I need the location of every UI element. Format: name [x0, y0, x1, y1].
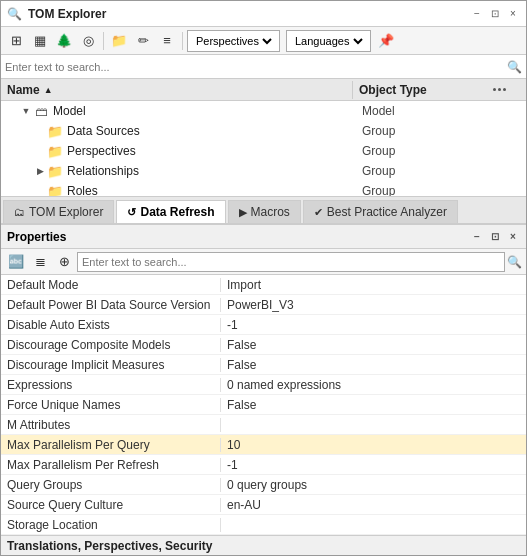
- column-header: Name ▲ Object Type: [1, 79, 526, 101]
- prop-row-force-unique[interactable]: Force Unique Names False: [1, 395, 526, 415]
- toolbar-btn-4[interactable]: ◎: [77, 30, 99, 52]
- prop-row-query-groups[interactable]: Query Groups 0 query groups: [1, 475, 526, 495]
- title-bar-buttons: − ⊡ ×: [470, 7, 520, 21]
- tree-toggle-empty: ▶: [33, 126, 47, 136]
- languages-dropdown[interactable]: Languages: [286, 30, 371, 52]
- prop-row-disable-auto[interactable]: Disable Auto Exists -1: [1, 315, 526, 335]
- properties-search-input[interactable]: [77, 252, 505, 272]
- tab-macros-label: Macros: [251, 205, 290, 219]
- prop-row-discourage-implicit[interactable]: Discourage Implicit Measures False: [1, 355, 526, 375]
- search-icon: 🔍: [507, 60, 522, 74]
- toolbar-btn-pin[interactable]: 📌: [375, 30, 397, 52]
- macros-icon: ▶: [239, 206, 247, 219]
- model-icon: 🗃: [33, 103, 49, 119]
- minimize-button[interactable]: −: [470, 7, 484, 21]
- tree-row[interactable]: ▶ 📁 Roles Group: [1, 181, 526, 196]
- tab-best-practice[interactable]: ✔ Best Practice Analyzer: [303, 200, 458, 223]
- toolbar-separator-2: [182, 32, 183, 50]
- properties-title-bar: Properties − ⊡ ×: [1, 225, 526, 249]
- title-bar-left: 🔍 TOM Explorer: [7, 7, 106, 21]
- close-button[interactable]: ×: [506, 7, 520, 21]
- col-name-header: Name ▲: [1, 81, 352, 99]
- properties-title: Properties: [7, 230, 66, 244]
- tree-toggle-empty: ▶: [33, 186, 47, 196]
- explorer-toolbar: ⊞ ▦ 🌲 ◎ 📁 ✏ ≡ Perspectives Languages 📌: [1, 27, 526, 55]
- toolbar-btn-2[interactable]: ▦: [29, 30, 51, 52]
- languages-select[interactable]: Languages: [291, 34, 366, 48]
- tree-row[interactable]: ▶ 📁 Data Sources Group: [1, 121, 526, 141]
- folder-icon: 📁: [47, 123, 63, 139]
- toolbar-btn-5[interactable]: 📁: [108, 30, 130, 52]
- properties-pane: Properties − ⊡ × 🔤 ≣ ⊕ 🔍 Default Mode Im…: [1, 224, 526, 555]
- properties-title-buttons: − ⊡ ×: [470, 230, 520, 244]
- tree-toggle-empty: ▶: [33, 146, 47, 156]
- prop-row-default-mode[interactable]: Default Mode Import: [1, 275, 526, 295]
- tab-macros[interactable]: ▶ Macros: [228, 200, 301, 223]
- prop-row-max-parallelism-query[interactable]: Max Parallelism Per Query 10: [1, 435, 526, 455]
- properties-min-btn[interactable]: −: [470, 230, 484, 244]
- properties-table: Default Mode Import Default Power BI Dat…: [1, 275, 526, 535]
- tab-bar: 🗂 TOM Explorer ↺ Data Refresh ▶ Macros ✔…: [1, 196, 526, 224]
- prop-row-discourage-composite[interactable]: Discourage Composite Models False: [1, 335, 526, 355]
- folder-icon: 📁: [47, 183, 63, 196]
- perspectives-select[interactable]: Perspectives: [192, 34, 275, 48]
- properties-toolbar: 🔤 ≣ ⊕ 🔍: [1, 249, 526, 275]
- prop-row-storage-location[interactable]: Storage Location: [1, 515, 526, 535]
- tree-toggle[interactable]: ▼: [19, 106, 33, 116]
- prop-btn-filter[interactable]: ⊕: [53, 251, 75, 273]
- title-bar: 🔍 TOM Explorer − ⊡ ×: [1, 1, 526, 27]
- properties-close-btn[interactable]: ×: [506, 230, 520, 244]
- window-icon: 🔍: [7, 7, 22, 21]
- tab-data-refresh-label: Data Refresh: [140, 205, 214, 219]
- toolbar-btn-7[interactable]: ≡: [156, 30, 178, 52]
- properties-restore-btn[interactable]: ⊡: [488, 230, 502, 244]
- tree-toggle[interactable]: ▶: [33, 166, 47, 176]
- prop-row-m-attributes[interactable]: M Attributes: [1, 415, 526, 435]
- perspectives-dropdown[interactable]: Perspectives: [187, 30, 280, 52]
- prop-btn-sort-cat[interactable]: ≣: [29, 251, 51, 273]
- explorer-search-input[interactable]: [5, 61, 507, 73]
- toolbar-btn-6[interactable]: ✏: [132, 30, 154, 52]
- tree-row[interactable]: ▶ 📁 Relationships Group: [1, 161, 526, 181]
- best-practice-icon: ✔: [314, 206, 323, 219]
- main-window: 🔍 TOM Explorer − ⊡ × ⊞ ▦ 🌲 ◎ 📁 ✏ ≡ Persp…: [0, 0, 527, 556]
- tree-view: ▼ 🗃 Model Model ▶ 📁 Data Sources Group ▶…: [1, 101, 526, 196]
- prop-btn-sort-alpha[interactable]: 🔤: [5, 251, 27, 273]
- data-refresh-icon: ↺: [127, 206, 136, 219]
- maximize-button[interactable]: ⊡: [488, 7, 502, 21]
- explorer-pane: Name ▲ Object Type ▼ 🗃 Model Mode: [1, 79, 526, 196]
- tab-best-practice-label: Best Practice Analyzer: [327, 205, 447, 219]
- tom-explorer-icon: 🗂: [14, 206, 25, 218]
- tab-data-refresh[interactable]: ↺ Data Refresh: [116, 200, 225, 223]
- toolbar-separator-1: [103, 32, 104, 50]
- window-title: TOM Explorer: [28, 7, 106, 21]
- prop-row-expressions[interactable]: Expressions 0 named expressions: [1, 375, 526, 395]
- toolbar-btn-3[interactable]: 🌲: [53, 30, 75, 52]
- explorer-search-bar: 🔍: [1, 55, 526, 79]
- folder-icon: 📁: [47, 163, 63, 179]
- prop-search-icon: 🔍: [507, 255, 522, 269]
- col-dots: [493, 88, 506, 91]
- tree-row[interactable]: ▼ 🗃 Model Model: [1, 101, 526, 121]
- prop-row-pbi-version[interactable]: Default Power BI Data Source Version Pow…: [1, 295, 526, 315]
- prop-row-max-parallelism-refresh[interactable]: Max Parallelism Per Refresh -1: [1, 455, 526, 475]
- tree-row[interactable]: ▶ 📁 Perspectives Group: [1, 141, 526, 161]
- prop-row-source-query-culture[interactable]: Source Query Culture en-AU: [1, 495, 526, 515]
- folder-icon: 📁: [47, 143, 63, 159]
- sort-icon: ▲: [44, 85, 53, 95]
- tab-tom-explorer-label: TOM Explorer: [29, 205, 103, 219]
- tab-tom-explorer[interactable]: 🗂 TOM Explorer: [3, 200, 114, 223]
- toolbar-btn-1[interactable]: ⊞: [5, 30, 27, 52]
- col-type-header: Object Type: [352, 81, 512, 99]
- properties-footer: Translations, Perspectives, Security: [1, 535, 526, 555]
